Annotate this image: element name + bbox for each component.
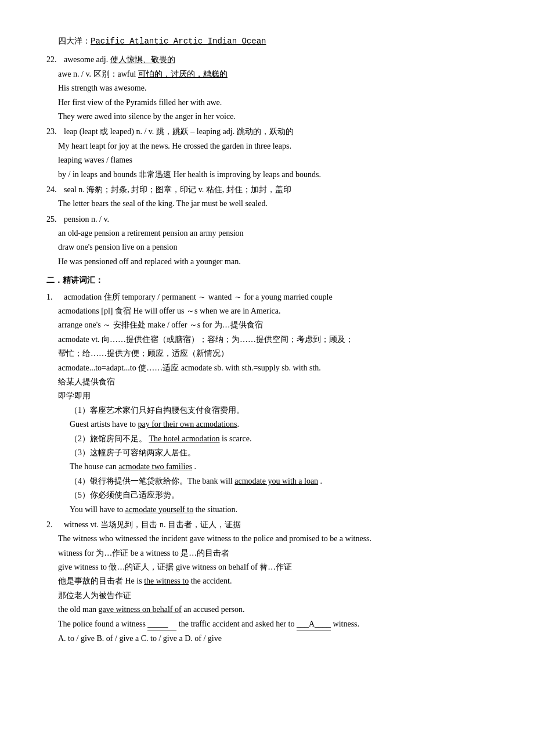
- item-23-header: 23. leap (leapt 或 leaped) n. / v. 跳，跳跃 –…: [46, 125, 488, 138]
- s2-item-2-num: 2.: [46, 519, 64, 531]
- s2-item-2-line3: give witness to 做…的证人，证据 give witness on…: [46, 561, 488, 574]
- s2-item-2-line1: The witness who witnessed the incident g…: [46, 532, 488, 545]
- item-22: 22. awesome adj. 使人惊惧、敬畏的 awe n. / v. 区别…: [46, 53, 488, 123]
- s2-item-1-ex5-underline: acmodate yourself to: [125, 505, 193, 514]
- item-22-ex2: Her first view of the Pyramids filled he…: [46, 96, 488, 109]
- s2-item-1-line3: acmodate vt. 向……提供住宿（或膳宿）；容纳；为……提供空间；考虑到…: [46, 333, 488, 346]
- s2-item-2-line6: the old man gave witness on behalf of an…: [46, 603, 488, 616]
- s2-item-1-ex3-en: The house can acmodate two families .: [46, 460, 488, 473]
- s2-item-1-line6: 给某人提供食宿: [46, 376, 488, 388]
- s2-item-1-ex3-underline: acmodate two families: [118, 462, 192, 471]
- oceans-label: 四大洋：: [46, 37, 91, 45]
- item-22-awe: awe n. / v. 区别：awful 可怕的，讨厌的，糟糕的: [46, 68, 488, 81]
- s2-item-1-line2: arrange one's ～ 安排住处 make / offer ～s for…: [46, 319, 488, 332]
- s2-item-1-ex4-en: （4）银行将提供一笔贷款给你。The bank will acmodate yo…: [46, 475, 488, 488]
- item-23-ex2: leaping waves / flames: [46, 154, 488, 167]
- item-24-header: 24. seal n. 海豹；封条, 封印；图章，印记 v. 粘住, 封住；加封…: [46, 183, 488, 196]
- s2-item-2-header: 2. witness vt. 当场见到，目击 n. 目击者，证人，证据: [46, 519, 488, 531]
- s2-item-1-content: acmodation 住所 temporary / permanent ～ wa…: [64, 291, 333, 304]
- item-22-ex3: They were awed into silence by the anger…: [46, 110, 488, 123]
- s2-item-2-content: witness vt. 当场见到，目击 n. 目击者，证人，证据: [64, 519, 241, 531]
- item-23-num: 23.: [46, 125, 64, 138]
- item-23: 23. leap (leapt 或 leaped) n. / v. 跳，跳跃 –…: [46, 125, 488, 181]
- item-22-content: awesome adj. 使人惊惧、敬畏的: [64, 53, 175, 66]
- section2-title: 二．精讲词汇：: [46, 274, 488, 287]
- item-22-num: 22.: [46, 53, 64, 66]
- item-25-line2: draw one's pension live on a pension: [46, 241, 488, 254]
- s2-item-1-ex2-underline: The hotel acmodation: [149, 434, 220, 443]
- item-25-line1: an old-age pension a retirement pension …: [46, 227, 488, 240]
- item-25-line3: He was pensioned off and replaced with a…: [46, 255, 488, 268]
- item-25-num: 25.: [46, 213, 64, 226]
- s2-item-2-line4: 他是事故的目击者 He is the witness to the accide…: [46, 575, 488, 588]
- item-22-awe-label: awe n. / v. 区别：awful 可怕的，讨厌的，糟糕的: [58, 70, 228, 78]
- s2-item-1-ex5-cn: （5）你必须使自己适应形势。: [46, 489, 488, 502]
- item-23-ex1: My heart leapt for joy at the news. He c…: [46, 140, 488, 153]
- s2-item-1: 1. acmodation 住所 temporary / permanent ～…: [46, 291, 488, 516]
- item-24-ex1: The letter bears the seal of the king. T…: [46, 197, 488, 210]
- s2-item-2-options: A. to / give B. of / give a C. to / give…: [46, 632, 488, 645]
- item-25-header: 25. pension n. / v.: [46, 213, 488, 226]
- item-25-content: pension n. / v.: [64, 213, 109, 226]
- section2-title-text: 二．精讲词汇：: [46, 276, 103, 285]
- s2-item-1-ex2-cn: （2）旅馆房间不足。 The hotel acmodation is scarc…: [46, 433, 488, 445]
- item-25: 25. pension n. / v. an old-age pension a…: [46, 213, 488, 269]
- s2-item-1-line1: acmodations [pl] 食宿 He will offer us ～s …: [46, 305, 488, 318]
- s2-item-2-blank2: ___A____: [297, 618, 331, 631]
- s2-item-2-blank1: _____: [147, 618, 176, 631]
- s2-item-1-line7: 即学即用: [46, 390, 488, 402]
- s2-item-1-ex5-en: You will have to acmodate yourself to th…: [46, 503, 488, 516]
- s2-item-1-ex1-cn: （1）客座艺术家们只好自掏腰包支付食宿费用。: [46, 404, 488, 417]
- oceans-line: 四大洋：Pacific Atlantic Arctic Indian Ocean: [46, 35, 488, 48]
- item-22-def: 使人惊惧、敬畏的: [110, 55, 175, 64]
- s2-item-2-underline1: the witness to: [144, 577, 189, 585]
- item-24: 24. seal n. 海豹；封条, 封印；图章，印记 v. 粘住, 封住；加封…: [46, 183, 488, 211]
- s2-item-2-line5: 那位老人为被告作证: [46, 589, 488, 602]
- item-22-ex1: His strength was awesome.: [46, 82, 488, 95]
- oceans-list: Pacific Atlantic Arctic Indian Ocean: [91, 37, 266, 46]
- s2-item-1-ex4-underline: acmodate you with a loan: [234, 477, 318, 485]
- s2-item-1-line4: 帮忙；给……提供方便；顾应，适应（新情况）: [46, 347, 488, 360]
- s2-item-2-underline2: gave witness on behalf of: [99, 605, 182, 614]
- s2-item-1-line5: acmodate...to=adapt...to 使……适应 acmodate …: [46, 362, 488, 375]
- s2-item-1-ex1-en: Guest artists have to pay for their own …: [46, 418, 488, 431]
- s2-item-2-line7: The police found a witness _____ the tra…: [46, 618, 488, 631]
- s2-item-1-num: 1.: [46, 291, 64, 304]
- s2-item-1-ex3-cn: （3）这幢房子可容纳两家人居住。: [46, 447, 488, 459]
- s2-item-1-header: 1. acmodation 住所 temporary / permanent ～…: [46, 291, 488, 304]
- s2-item-2-line2: witness for 为…作证 be a witness to 是…的目击者: [46, 547, 488, 560]
- item-23-ex3: by / in leaps and bounds 非常迅速 Her health…: [46, 168, 488, 181]
- item-22-awful-def: 可怕的，讨厌的，糟糕的: [138, 70, 228, 78]
- s2-item-1-ex1-underline: pay for their own acmodations: [138, 420, 237, 429]
- item-24-content: seal n. 海豹；封条, 封印；图章，印记 v. 粘住, 封住；加封，盖印: [64, 183, 291, 196]
- s2-item-2: 2. witness vt. 当场见到，目击 n. 目击者，证人，证据 The …: [46, 519, 488, 646]
- item-23-content: leap (leapt 或 leaped) n. / v. 跳，跳跃 – lea…: [64, 125, 294, 138]
- item-24-num: 24.: [46, 183, 64, 196]
- item-22-word: awesome adj.: [64, 55, 110, 64]
- item-22-header: 22. awesome adj. 使人惊惧、敬畏的: [46, 53, 488, 66]
